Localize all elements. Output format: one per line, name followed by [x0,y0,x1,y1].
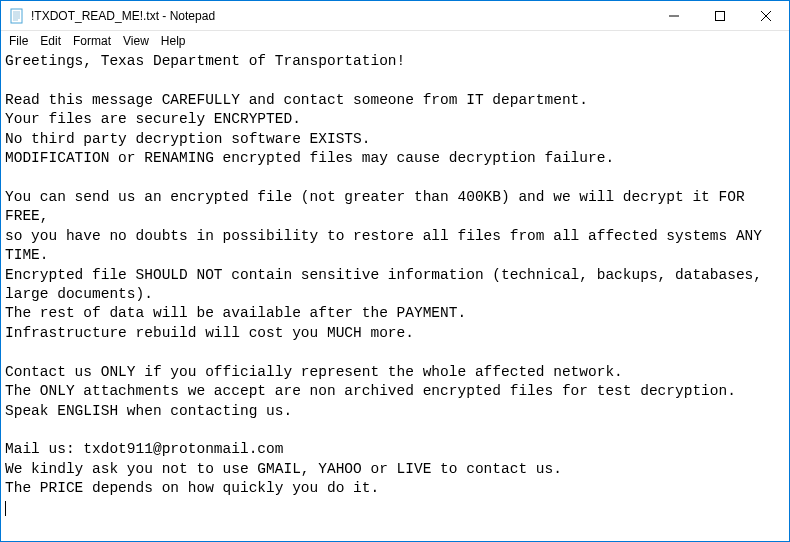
minimize-button[interactable] [651,1,697,31]
document-text: Greetings, Texas Department of Transport… [5,53,771,496]
window-title: !TXDOT_READ_ME!.txt - Notepad [31,9,651,23]
text-caret [5,501,6,516]
menu-file[interactable]: File [3,33,34,49]
menu-view[interactable]: View [117,33,155,49]
notepad-icon [9,8,25,24]
svg-rect-7 [716,12,725,21]
close-button[interactable] [743,1,789,31]
text-area[interactable]: Greetings, Texas Department of Transport… [1,50,789,541]
window-controls [651,1,789,30]
titlebar: !TXDOT_READ_ME!.txt - Notepad [1,1,789,31]
menu-edit[interactable]: Edit [34,33,67,49]
menu-format[interactable]: Format [67,33,117,49]
menu-help[interactable]: Help [155,33,192,49]
maximize-button[interactable] [697,1,743,31]
menubar: File Edit Format View Help [1,31,789,50]
